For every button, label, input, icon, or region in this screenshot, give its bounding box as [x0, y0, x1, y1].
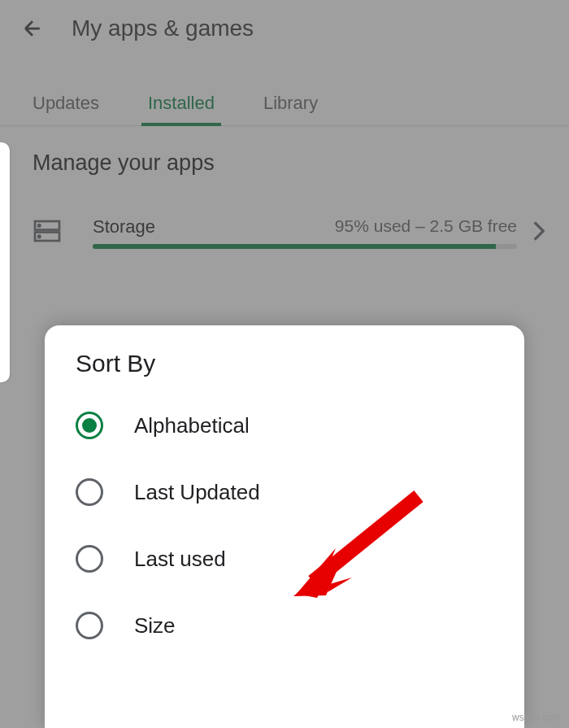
radio-icon: [76, 545, 103, 573]
radio-icon: [76, 412, 103, 439]
dialog-title: Sort By: [45, 350, 524, 392]
sort-option-last-updated[interactable]: Last Updated: [45, 459, 524, 525]
option-label: Last used: [134, 547, 226, 572]
option-label: Last Updated: [134, 480, 260, 505]
radio-icon: [76, 612, 103, 639]
option-label: Alphabetical: [134, 413, 250, 438]
radio-icon: [76, 478, 103, 506]
sort-dialog: Sort By Alphabetical Last Updated Last u…: [45, 325, 524, 728]
decorative-sliver: [0, 142, 10, 382]
watermark: wsxdn.com: [512, 712, 561, 723]
option-label: Size: [134, 613, 176, 639]
sort-option-alphabetical[interactable]: Alphabetical: [45, 392, 524, 459]
sort-option-last-used[interactable]: Last used: [45, 525, 524, 592]
sort-option-size[interactable]: Size: [45, 592, 524, 659]
